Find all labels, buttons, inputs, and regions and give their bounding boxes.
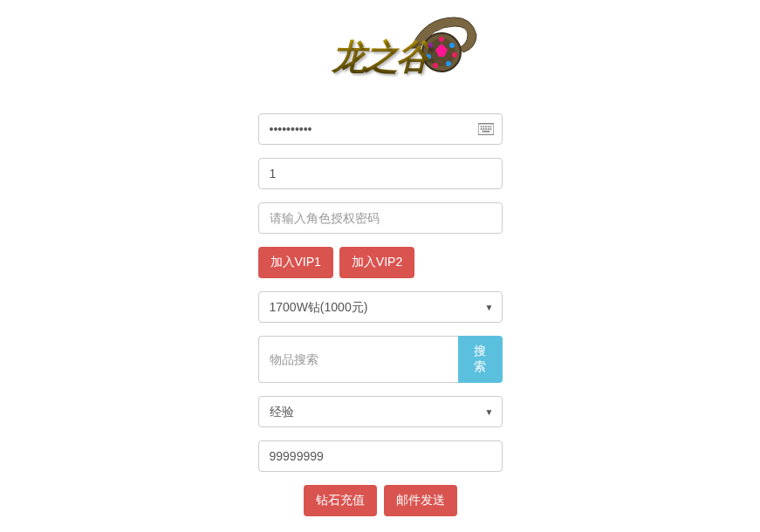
svg-point-5	[446, 61, 451, 66]
logo-text: 龙之谷	[332, 33, 428, 81]
svg-rect-15	[480, 128, 482, 130]
search-button[interactable]: 搜索	[458, 336, 502, 383]
svg-rect-10	[480, 126, 482, 127]
number-input[interactable]	[258, 158, 503, 189]
join-vip1-button[interactable]: 加入VIP1	[258, 247, 333, 278]
svg-rect-12	[485, 126, 487, 127]
svg-rect-19	[490, 128, 491, 130]
mail-send-button[interactable]: 邮件发送	[384, 485, 457, 516]
svg-rect-11	[483, 126, 484, 127]
svg-rect-20	[482, 131, 490, 133]
item-search-input[interactable]	[258, 336, 459, 383]
quantity-input[interactable]	[258, 440, 503, 472]
password-input[interactable]	[258, 113, 503, 145]
svg-rect-13	[487, 126, 489, 127]
svg-point-6	[433, 63, 438, 68]
experience-select[interactable]: 经验	[258, 396, 503, 427]
svg-point-4	[452, 52, 457, 58]
diamond-recharge-button[interactable]: 钻石充值	[304, 485, 377, 516]
keyboard-icon	[478, 123, 494, 135]
svg-point-3	[449, 43, 455, 48]
svg-rect-16	[483, 128, 484, 130]
svg-point-2	[439, 37, 444, 42]
game-logo: 龙之谷	[289, 13, 472, 100]
join-vip2-button[interactable]: 加入VIP2	[339, 247, 414, 278]
auth-password-input[interactable]	[258, 202, 503, 234]
svg-rect-18	[487, 128, 489, 130]
svg-rect-14	[490, 126, 491, 127]
recharge-amount-select[interactable]: 1700W钻(1000元)	[258, 291, 503, 323]
svg-rect-17	[485, 128, 487, 130]
